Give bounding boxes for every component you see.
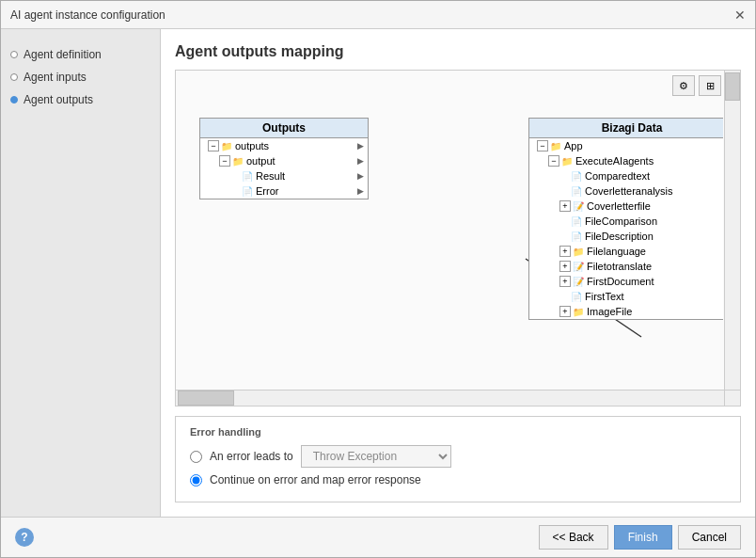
tree-node: − 📁 App	[529, 138, 723, 153]
file-edit-icon: 📝	[573, 201, 584, 212]
throw-exception-select[interactable]: Throw Exception	[301, 445, 451, 468]
leaf-icon: 📄	[571, 216, 582, 227]
expander-icon[interactable]: −	[548, 155, 559, 167]
tree-node: + 📝 FirstDocument	[529, 274, 723, 289]
tree-node: + 📁 Filelanguage	[529, 244, 723, 259]
help-button[interactable]: ?	[15, 528, 34, 547]
file-edit-icon: 📝	[573, 262, 584, 272]
tree-node: + 📝 Filetotranslate	[529, 259, 723, 274]
sidebar-item-agent-definition[interactable]: Agent definition	[10, 48, 150, 61]
tree-node: 📄 FirstText	[529, 289, 723, 304]
scroll-thumb-h[interactable]	[178, 391, 234, 406]
tree-node: 📄 Comparedtext	[529, 168, 723, 183]
dot-icon	[10, 96, 18, 104]
outputs-tree: Outputs − 📁 outputs ▶ − 📁	[199, 118, 369, 199]
tree-node: 📄 Error ▶	[200, 183, 368, 199]
leaf-icon: 📄	[571, 231, 582, 242]
folder-icon: 📁	[221, 141, 232, 151]
sidebar-item-label: Agent inputs	[24, 71, 87, 84]
close-button[interactable]: ✕	[734, 8, 746, 22]
scrollbar-corner	[724, 390, 740, 406]
bizagi-tree: Bizagi Data − 📁 App − 📁 Exe	[528, 118, 723, 320]
back-button[interactable]: << Back	[539, 525, 608, 550]
arrow-icon: ▶	[357, 186, 364, 196]
tree-node: + 📁 ImageFile	[529, 304, 723, 319]
arrow-icon: ▶	[357, 171, 364, 181]
mapping-toolbar: ⚙ ⊞	[672, 75, 721, 96]
node-label: Comparedtext	[585, 170, 650, 182]
folder-icon: 📁	[573, 307, 584, 317]
error-handling-title: Error handling	[190, 426, 726, 438]
layout-icon: ⊞	[706, 80, 715, 92]
node-label: Filetotranslate	[587, 261, 652, 272]
expander-icon[interactable]: +	[559, 261, 571, 272]
error-radio-row-2: Continue on error and map error response	[190, 473, 726, 486]
node-label: Error	[256, 185, 278, 197]
radio-continue-on-error[interactable]	[190, 474, 202, 486]
mapping-canvas: Outputs − 📁 outputs ▶ − 📁	[181, 104, 723, 389]
node-label: Result	[256, 170, 285, 182]
mapping-inner[interactable]: Outputs − 📁 outputs ▶ − 📁	[181, 104, 723, 389]
main-content: Agent outputs mapping ⚙ ⊞	[161, 29, 755, 517]
node-label: output	[246, 155, 276, 167]
scrollbar-vertical[interactable]	[724, 71, 740, 390]
arrow-icon: ▶	[357, 141, 364, 151]
sidebar-item-label: Agent definition	[24, 48, 102, 61]
arrow-icon: ▶	[357, 156, 364, 166]
sidebar-item-label: Agent outputs	[24, 93, 93, 106]
layout-button[interactable]: ⊞	[699, 75, 721, 96]
radio-error-leads-to[interactable]	[190, 451, 202, 463]
leaf-icon: 📄	[571, 186, 582, 197]
finish-button[interactable]: Finish	[614, 525, 672, 550]
node-label: Coverletterfile	[587, 200, 651, 212]
tree-node: − 📁 outputs ▶	[200, 138, 368, 153]
expander-icon[interactable]: −	[219, 155, 230, 167]
folder-icon: 📁	[561, 156, 573, 167]
node-label: Coverletteranalysis	[585, 185, 673, 197]
titlebar: AI agent instance configuration ✕	[1, 1, 755, 29]
node-label: Filelanguage	[587, 246, 646, 257]
node-label: FirstDocument	[587, 276, 654, 287]
tree-node: + 📝 Coverletterfile	[529, 199, 723, 214]
sidebar: Agent definition Agent inputs Agent outp…	[1, 29, 161, 517]
dialog-footer: ? << Back Finish Cancel	[1, 517, 755, 557]
leaf-icon: 📄	[242, 186, 253, 197]
tree-node: − 📁 ExecuteAIagents	[529, 153, 723, 168]
page-title: Agent outputs mapping	[175, 43, 741, 60]
dialog-title: AI agent instance configuration	[10, 8, 165, 22]
leaf-icon: 📄	[571, 171, 582, 182]
folder-icon: 📁	[573, 247, 584, 257]
node-label: FileDescription	[585, 231, 654, 242]
filter-button[interactable]: ⚙	[672, 75, 695, 96]
node-label: FileComparison	[585, 215, 657, 227]
tree-node: 📄 FileDescription	[529, 229, 723, 244]
filter-icon: ⚙	[679, 80, 688, 92]
footer-buttons: << Back Finish Cancel	[539, 525, 741, 550]
expander-icon[interactable]: +	[559, 306, 571, 317]
expander-icon[interactable]: −	[537, 140, 548, 151]
node-label: ImageFile	[587, 306, 632, 317]
expander-icon[interactable]: +	[559, 246, 571, 257]
dot-icon	[10, 73, 18, 81]
radio-error-label: An error leads to	[210, 450, 293, 463]
expander-icon[interactable]: +	[559, 200, 571, 212]
sidebar-item-agent-outputs[interactable]: Agent outputs	[10, 93, 150, 106]
expander-icon[interactable]: +	[559, 276, 571, 287]
tree-node: 📄 Coverletteranalysis	[529, 183, 723, 199]
tree-node: 📄 Result ▶	[200, 168, 368, 183]
node-label: ExecuteAIagents	[575, 155, 654, 167]
cancel-button[interactable]: Cancel	[678, 525, 741, 550]
folder-icon: 📁	[232, 156, 244, 167]
outputs-header: Outputs	[200, 119, 368, 138]
tree-node: − 📁 output ▶	[200, 153, 368, 168]
scroll-thumb-v[interactable]	[725, 72, 740, 101]
continue-label: Continue on error and map error response	[210, 473, 421, 486]
expander-icon[interactable]: −	[208, 140, 219, 151]
mapping-area: ⚙ ⊞ Ou	[175, 70, 741, 407]
tree-node: 📄 FileComparison	[529, 214, 723, 229]
leaf-icon: 📄	[571, 292, 582, 302]
sidebar-item-agent-inputs[interactable]: Agent inputs	[10, 71, 150, 84]
error-radio-row-1: An error leads to Throw Exception	[190, 445, 726, 468]
node-label: FirstText	[585, 291, 624, 302]
scrollbar-horizontal[interactable]	[176, 390, 724, 406]
